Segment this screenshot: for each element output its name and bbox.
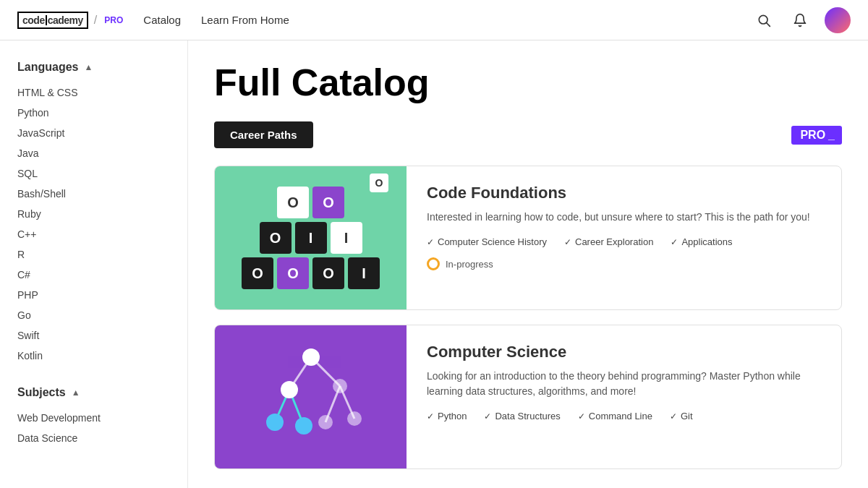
check-icon: ✓ [427,237,434,247]
cf-row-1: O O [277,187,344,218]
sidebar-item[interactable]: Java [17,143,170,163]
cf-block: O [312,257,344,289]
cs-illustration [246,332,376,462]
logo-code: code [22,14,45,26]
sidebar-item[interactable]: Python [17,103,170,123]
tag-label: Command Line [589,411,652,421]
card-desc-computer-science: Looking for an introduction to the theor… [427,369,821,399]
sidebar-item[interactable]: Web Development [17,408,170,428]
tag-python: ✓ Python [427,411,467,421]
check-icon: ✓ [564,237,571,247]
check-icon: ✓ [670,411,677,421]
tag-data-structures: ✓ Data Structures [484,411,560,421]
sidebar-item[interactable]: Bash/Shell [17,184,170,204]
check-icon: ✓ [427,411,434,421]
card-computer-science[interactable]: Computer Science Looking for an introduc… [214,325,842,469]
tag-label: Git [681,411,693,421]
languages-section-title[interactable]: Languages ▲ [17,61,170,74]
tag-label: Applications [681,236,732,247]
cf-row-3: O O O I [242,257,380,289]
logo-box: code cademy [17,12,88,29]
tag-git: ✓ Git [670,411,693,421]
nav-learn-from-home[interactable]: Learn From Home [201,14,289,26]
notifications-button[interactable] [788,9,812,32]
logo-pro-badge: PRO [104,15,123,25]
page-title: Full Catalog [214,61,842,104]
svg-point-10 [333,379,347,393]
cf-block: O [312,187,344,218]
logo[interactable]: code cademy / PRO [17,12,123,29]
cf-block-o-small: O [370,174,388,192]
sidebar-item[interactable]: PHP [17,285,170,305]
nav-catalog[interactable]: Catalog [143,14,181,26]
subjects-section-title[interactable]: Subjects ▲ [17,386,170,399]
card-desc-code-foundations: Interested in learning how to code, but … [427,210,821,225]
sidebar-item[interactable]: JavaScript [17,123,170,143]
check-icon: ✓ [671,237,678,247]
header-right [752,7,851,33]
sidebar-item[interactable]: Data Science [17,428,170,448]
layout: Languages ▲ HTML & CSS Python JavaScript… [0,40,868,488]
check-icon: ✓ [484,411,491,421]
tabs-container: Career Paths [214,121,313,148]
avatar[interactable] [825,7,851,33]
card-tags-computer-science: ✓ Python ✓ Data Structures ✓ Command Lin… [427,411,821,421]
logo-cademy: cademy [48,14,83,26]
tag-label: Computer Science History [438,236,547,247]
subjects-label: Subjects [17,386,66,399]
sidebar: Languages ▲ HTML & CSS Python JavaScript… [0,40,188,488]
card-content-code-foundations: Code Foundations Interested in learning … [407,166,841,309]
tag-label: Career Exploration [575,236,653,247]
pro-badge-cursor: _ [828,129,835,142]
search-icon [757,13,771,27]
cf-block: I [295,222,327,254]
cf-block: O [242,257,273,289]
tag-applications: ✓ Applications [671,236,732,247]
svg-line-1 [767,22,770,26]
card-code-foundations[interactable]: O O O O I I O O O I [214,166,842,310]
tag-label: Python [438,411,467,421]
sidebar-item[interactable]: R [17,244,170,265]
svg-point-12 [295,417,312,435]
bell-icon [793,13,807,27]
card-content-computer-science: Computer Science Looking for an introduc… [407,325,841,468]
svg-point-14 [347,411,362,426]
sidebar-item[interactable]: C++ [17,224,170,244]
search-button[interactable] [752,9,775,32]
sidebar-item[interactable]: Go [17,305,170,325]
sidebar-item[interactable]: SQL [17,163,170,184]
cf-block: O [277,187,309,218]
cf-block: O [260,222,292,254]
sidebar-item[interactable]: C# [17,265,170,285]
svg-point-11 [266,414,284,431]
tag-command-line: ✓ Command Line [578,411,652,421]
progress-circle-icon [427,257,440,270]
card-image-computer-science [215,325,407,468]
card-title-computer-science: Computer Science [427,343,821,361]
card-title-code-foundations: Code Foundations [427,184,821,202]
card-tags-code-foundations: ✓ Computer Science History ✓ Career Expl… [427,236,821,247]
sidebar-item[interactable]: Kotlin [17,346,170,366]
svg-point-9 [281,381,298,398]
sidebar-item[interactable]: Swift [17,325,170,346]
cf-block: I [348,257,380,289]
cf-block: O [277,257,309,289]
tabs-row: Career Paths PRO _ [214,121,842,148]
main-content: Full Catalog Career Paths PRO _ O O O [188,40,868,488]
cf-block: I [331,222,362,254]
tag-career-exploration: ✓ Career Exploration [564,236,653,247]
in-progress-label: In-progress [446,259,493,270]
languages-label: Languages [17,61,78,74]
tag-cs-history: ✓ Computer Science History [427,236,547,247]
header-left: code cademy / PRO Catalog Learn From Hom… [17,12,289,29]
subjects-chevron-icon: ▲ [72,388,80,398]
sidebar-item[interactable]: Ruby [17,204,170,224]
tab-career-paths[interactable]: Career Paths [214,121,313,148]
check-icon: ✓ [578,411,585,421]
cf-row-2: O I I [260,222,362,254]
card-image-code-foundations: O O O O I I O O O I [215,166,407,309]
languages-chevron-icon: ▲ [84,62,93,72]
sidebar-divider [17,366,170,380]
logo-slash: / [94,14,97,27]
sidebar-item[interactable]: HTML & CSS [17,82,170,103]
